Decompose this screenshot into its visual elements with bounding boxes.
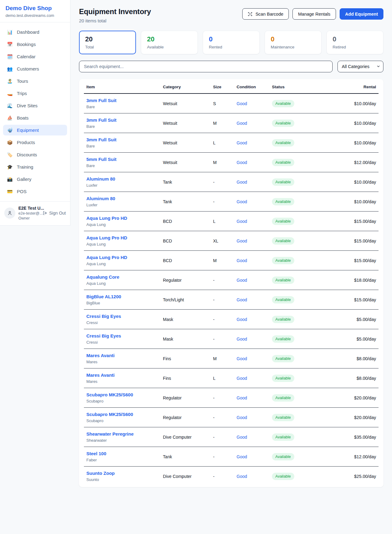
item-category: BCD	[160, 231, 211, 251]
condition-link[interactable]: Good	[237, 140, 247, 145]
sidebar-item-pos[interactable]: 💳POS	[3, 186, 67, 197]
rental-price: $15.00/day	[328, 290, 379, 310]
condition-link[interactable]: Good	[237, 101, 247, 106]
sidebar-item-dashboard[interactable]: 📊Dashboard	[3, 27, 67, 37]
sidebar-item-dive-sites[interactable]: 🌊Dive Sites	[3, 100, 67, 111]
item-name-link[interactable]: 3mm Full Suit	[86, 117, 158, 123]
status-badge: Available	[272, 296, 294, 303]
condition-link[interactable]: Good	[237, 474, 247, 479]
item-name-link[interactable]: Aqua Lung Pro HD	[86, 235, 158, 240]
stat-card-total[interactable]: 20Total	[79, 31, 136, 54]
condition-link[interactable]: Good	[237, 317, 247, 322]
search-input[interactable]	[79, 61, 333, 72]
status-badge: Available	[272, 257, 294, 264]
sidebar-item-label: Calendar	[17, 54, 36, 59]
sidebar-item-tours[interactable]: 🏝️Tours	[3, 76, 67, 86]
sidebar-item-calendar[interactable]: 🗓️Calendar	[3, 51, 67, 62]
user-icon	[7, 210, 13, 216]
scan-barcode-button[interactable]: Scan Barcode	[242, 8, 289, 20]
bookings-icon: 📅	[7, 42, 13, 47]
item-name-link[interactable]: Steel 100	[86, 451, 158, 456]
sidebar-item-label: Customers	[17, 66, 39, 71]
page-header-text: Equipment Inventory 20 items total	[79, 7, 151, 23]
sidebar-item-equipment[interactable]: 🤿Equipment	[3, 125, 67, 135]
add-equipment-button[interactable]: Add Equipment	[340, 8, 383, 20]
item-name-link[interactable]: Aqua Lung Pro HD	[86, 216, 158, 221]
stat-card-available[interactable]: 20Available	[141, 31, 198, 54]
item-name-link[interactable]: 3mm Full Suit	[86, 137, 158, 142]
condition-link[interactable]: Good	[237, 238, 247, 243]
condition-link[interactable]: Good	[237, 199, 247, 204]
sidebar-item-training[interactable]: 🎓Training	[3, 162, 67, 172]
item-brand: Luxfer	[86, 203, 158, 207]
item-brand: Cressi	[86, 320, 158, 325]
stat-card-rented[interactable]: 0Rented	[203, 31, 260, 54]
condition-link[interactable]: Good	[237, 415, 247, 420]
condition-link[interactable]: Good	[237, 121, 247, 126]
condition-link[interactable]: Good	[237, 180, 247, 185]
item-brand: Bare	[86, 144, 158, 148]
item-name-link[interactable]: Cressi Big Eyes	[86, 333, 158, 338]
item-name-link[interactable]: Aluminum 80	[86, 176, 158, 181]
stat-card-maintenance[interactable]: 0Maintenance	[265, 31, 322, 54]
condition-link[interactable]: Good	[237, 337, 247, 341]
sidebar-item-label: POS	[17, 189, 27, 194]
stat-card-retired[interactable]: 0Retired	[326, 31, 383, 54]
condition-link[interactable]: Good	[237, 356, 247, 361]
item-name-link[interactable]: Mares Avanti	[86, 353, 158, 358]
sidebar-item-customers[interactable]: 👥Customers	[3, 63, 67, 74]
condition-link[interactable]: Good	[237, 395, 247, 400]
item-size: M	[211, 113, 234, 133]
condition-link[interactable]: Good	[237, 454, 247, 459]
item-name-link[interactable]: Aqualung Core	[86, 274, 158, 280]
sidebar-item-label: Gallery	[17, 177, 32, 182]
condition-link[interactable]: Good	[237, 376, 247, 381]
stat-value: 20	[147, 36, 192, 43]
item-name-link[interactable]: Scubapro MK25/S600	[86, 412, 158, 417]
condition-link[interactable]: Good	[237, 219, 247, 224]
condition-link[interactable]: Good	[237, 160, 247, 165]
item-name-link[interactable]: 5mm Full Suit	[86, 157, 158, 162]
condition-link[interactable]: Good	[237, 258, 247, 263]
category-select[interactable]: All Categories	[337, 61, 383, 72]
equipment-table: ItemCategorySizeConditionStatusRental 3m…	[84, 80, 379, 486]
sidebar-item-gallery[interactable]: 📸Gallery	[3, 174, 67, 185]
sidebar-item-trips[interactable]: 🚤Trips	[3, 88, 67, 99]
item-name-link[interactable]: Aluminum 80	[86, 196, 158, 201]
item-category: Dive Computer	[160, 467, 211, 486]
item-name-link[interactable]: Scubapro MK25/S600	[86, 392, 158, 397]
item-name-link[interactable]: 3mm Full Suit	[86, 98, 158, 103]
sidebar-item-boats[interactable]: ⛵Boats	[3, 113, 67, 123]
sidebar-item-bookings[interactable]: 📅Bookings	[3, 39, 67, 50]
item-name-link[interactable]: Mares Avanti	[86, 372, 158, 378]
item-brand: Faber	[86, 458, 158, 462]
condition-link[interactable]: Good	[237, 435, 247, 440]
manage-rentals-button[interactable]: Manage Rentals	[292, 8, 336, 20]
brand-title[interactable]: Demo Dive Shop	[6, 5, 65, 12]
rental-price: $12.00/day	[328, 447, 379, 467]
rental-price: $25.00/day	[328, 467, 379, 486]
item-category: BCD	[160, 251, 211, 270]
item-brand: Aqua Lung	[86, 281, 158, 286]
item-name-link[interactable]: Shearwater Peregrine	[86, 431, 158, 437]
item-brand: Aqua Lung	[86, 222, 158, 227]
condition-link[interactable]: Good	[237, 278, 247, 283]
user-email: e2e-tester@...	[18, 211, 40, 216]
rental-price: $20.00/day	[328, 408, 379, 427]
item-name-link[interactable]: Suunto Zoop	[86, 471, 158, 476]
item-name-link[interactable]: Aqua Lung Pro HD	[86, 255, 158, 260]
item-size: -	[211, 172, 234, 192]
trips-icon: 🚤	[7, 91, 13, 96]
condition-link[interactable]: Good	[237, 297, 247, 302]
sign-out-button[interactable]: Sign Out	[43, 211, 66, 216]
item-name-link[interactable]: Cressi Big Eyes	[86, 314, 158, 319]
app-layout: Demo Dive Shop demo.test.divestreams.com…	[0, 0, 392, 496]
column-header-size: Size	[211, 80, 234, 93]
sidebar-item-label: Dive Sites	[17, 103, 38, 108]
item-category: Torch/Light	[160, 290, 211, 310]
rental-price: $35.00/day	[328, 427, 379, 447]
sidebar-item-products[interactable]: 📦Products	[3, 137, 67, 148]
item-brand: Bare	[86, 163, 158, 168]
sidebar-item-discounts[interactable]: 🏷️Discounts	[3, 149, 67, 160]
item-name-link[interactable]: BigBlue AL1200	[86, 294, 158, 299]
